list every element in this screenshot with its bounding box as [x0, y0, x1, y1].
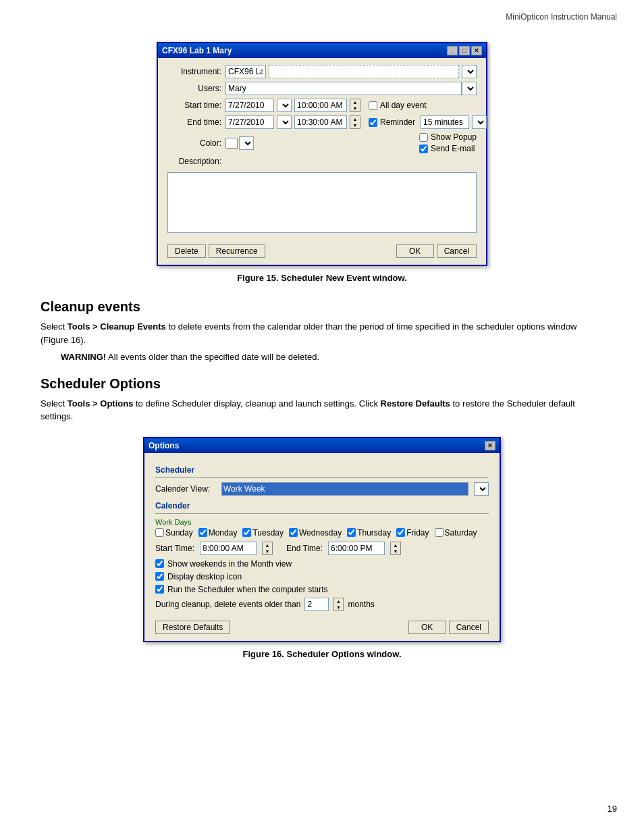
monday-label: Monday — [209, 528, 238, 538]
left-buttons: Delete Recurrence — [167, 244, 265, 258]
all-day-checkbox[interactable] — [369, 101, 377, 110]
options-button-row: Restore Defaults OK Cancel — [155, 617, 489, 634]
end-time-input[interactable] — [294, 115, 347, 129]
tuesday-checkbox[interactable] — [242, 528, 251, 537]
show-weekends-checkbox[interactable] — [155, 559, 164, 568]
saturday-checkbox[interactable] — [435, 528, 444, 537]
friday-checkbox[interactable] — [396, 528, 405, 537]
options-end-down[interactable]: ▼ — [391, 548, 400, 554]
end-time-label: End time: — [167, 118, 221, 127]
warning-text: WARNING! All events older than the speci… — [61, 350, 603, 364]
instrument-input[interactable] — [225, 65, 266, 78]
scheduler-group-label: Scheduler — [155, 465, 489, 475]
start-time-spinner[interactable]: ▲ ▼ — [350, 99, 360, 112]
start-time-up[interactable]: ▲ — [350, 99, 360, 105]
calview-input[interactable] — [221, 482, 468, 496]
reminder-checkbox[interactable] — [369, 118, 377, 127]
cleanup-label: During cleanup, delete events older than — [155, 600, 300, 609]
ok-button[interactable]: OK — [396, 244, 434, 258]
options-titlebar-buttons: ✕ — [485, 441, 495, 450]
send-email-row: Send E-mail — [419, 144, 477, 153]
instrument-select[interactable] — [462, 65, 477, 78]
send-email-label: Send E-mail — [431, 144, 475, 153]
options-cancel-button[interactable]: Cancel — [449, 621, 489, 634]
users-input[interactable] — [225, 82, 462, 95]
show-weekends-label: Show weekends in the Month view — [167, 559, 292, 569]
scheduler-new-event-dialog: CFX96 Lab 1 Mary _ □ ✕ Instrument: — [157, 42, 487, 266]
recurrence-button[interactable]: Recurrence — [209, 244, 265, 258]
instrument-label: Instrument: — [167, 67, 221, 76]
reminder-select[interactable] — [472, 115, 487, 129]
options-end-time-spinner[interactable]: ▲ ▼ — [390, 542, 401, 555]
instrument-detail-input[interactable] — [269, 65, 459, 78]
day-saturday: Saturday — [435, 528, 477, 538]
options-start-down[interactable]: ▼ — [263, 548, 272, 554]
day-monday: Monday — [198, 528, 238, 538]
button-row: Delete Recurrence OK Cancel — [167, 240, 477, 258]
wednesday-checkbox[interactable] — [289, 528, 298, 537]
cleanup-up[interactable]: ▲ — [333, 598, 343, 604]
calview-select[interactable] — [474, 482, 489, 496]
options-right-buttons: OK Cancel — [408, 621, 489, 634]
start-date-select[interactable] — [277, 99, 292, 112]
sunday-checkbox[interactable] — [155, 528, 164, 537]
day-thursday: Thursday — [347, 528, 391, 538]
options-start-up[interactable]: ▲ — [263, 542, 272, 548]
day-friday: Friday — [396, 528, 429, 538]
wednesday-label: Wednesday — [299, 528, 342, 538]
options-start-time-spinner[interactable]: ▲ ▼ — [262, 542, 273, 555]
start-date-input[interactable] — [225, 99, 274, 112]
display-desktop-checkbox[interactable] — [155, 572, 164, 581]
show-popup-checkbox[interactable] — [419, 133, 428, 142]
options-start-time-input[interactable] — [200, 542, 257, 555]
options-body: Scheduler Calender View: Calender Work D… — [144, 453, 500, 641]
end-time-up[interactable]: ▲ — [350, 116, 360, 122]
all-day-checkbox-row: All day event — [369, 101, 427, 110]
end-time-down[interactable]: ▼ — [350, 122, 360, 128]
options-title: Options — [149, 441, 179, 450]
tuesday-label: Tuesday — [252, 528, 284, 538]
run-scheduler-checkbox[interactable] — [155, 585, 164, 594]
options-close-button[interactable]: ✕ — [485, 441, 495, 450]
titlebar-buttons: _ □ ✕ — [447, 46, 482, 55]
cleanup-spinner[interactable]: ▲ ▼ — [333, 598, 344, 611]
figure-16-container: Options ✕ Scheduler Calender View: Calen… — [41, 437, 603, 659]
show-popup-label: Show Popup — [431, 132, 477, 142]
maximize-button[interactable]: □ — [459, 46, 470, 55]
scheduler-separator — [155, 477, 489, 478]
description-textarea[interactable] — [167, 172, 477, 233]
start-time-down[interactable]: ▼ — [350, 105, 360, 111]
cleanup-down[interactable]: ▼ — [333, 604, 343, 610]
options-end-time-label: End Time: — [286, 544, 323, 553]
friday-label: Friday — [406, 528, 429, 538]
end-time-spinner[interactable]: ▲ ▼ — [350, 115, 360, 129]
calview-row: Calender View: — [155, 482, 489, 496]
reminder-input[interactable] — [421, 115, 469, 129]
color-select[interactable] — [239, 136, 254, 150]
restore-defaults-bold: Restore Defaults — [381, 398, 450, 409]
saturday-label: Saturday — [445, 528, 477, 538]
options-end-up[interactable]: ▲ — [391, 542, 400, 548]
minimize-button[interactable]: _ — [447, 46, 458, 55]
thursday-label: Thursday — [357, 528, 391, 538]
restore-defaults-button[interactable]: Restore Defaults — [155, 621, 230, 634]
calender-separator — [155, 513, 489, 514]
monday-checkbox[interactable] — [198, 528, 207, 537]
send-email-checkbox[interactable] — [419, 145, 428, 153]
options-ok-button[interactable]: OK — [408, 621, 446, 634]
end-date-select[interactable] — [277, 115, 292, 129]
cleanup-row: During cleanup, delete events older than… — [155, 598, 489, 611]
cleanup-value-input[interactable] — [304, 598, 329, 611]
users-select[interactable] — [462, 82, 477, 95]
end-time-row: End time: ▲ ▼ Reminder — [167, 115, 477, 129]
thursday-checkbox[interactable] — [347, 528, 356, 537]
sunday-label: Sunday — [165, 528, 193, 538]
cancel-button[interactable]: Cancel — [437, 244, 477, 258]
start-time-input[interactable] — [294, 99, 347, 112]
color-swatch[interactable] — [225, 138, 238, 149]
options-end-time-input[interactable] — [328, 542, 385, 555]
description-row: Description: — [167, 157, 477, 166]
close-button[interactable]: ✕ — [471, 46, 482, 55]
end-date-input[interactable] — [225, 115, 274, 129]
delete-button[interactable]: Delete — [167, 244, 206, 258]
